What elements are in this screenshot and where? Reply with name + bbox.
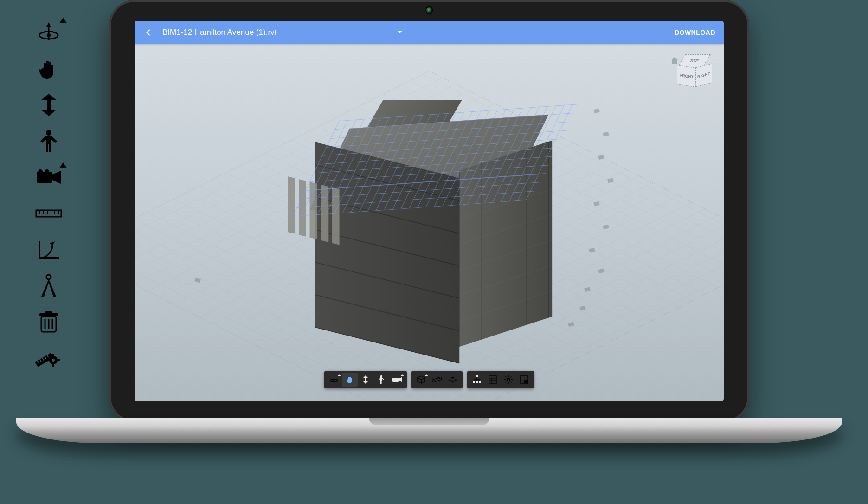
svg-marker-67: [451, 377, 455, 379]
delete-tool[interactable]: [32, 308, 65, 336]
person-icon: [378, 375, 385, 384]
dropdown-marker-icon: [59, 162, 67, 168]
settings-button[interactable]: [501, 373, 516, 387]
download-button[interactable]: DOWNLOAD: [675, 29, 715, 36]
back-button[interactable]: [143, 27, 154, 38]
laptop-frame: BIM1-12 Hamilton Avenue (1).rvt DOWNLOAD…: [109, 0, 749, 448]
svg-marker-50: [363, 375, 368, 378]
svg-rect-12: [49, 143, 51, 152]
building-model: [288, 104, 547, 346]
pan-button[interactable]: [342, 373, 358, 387]
orbit-tool[interactable]: [32, 19, 65, 46]
dropdown-marker-icon: [59, 18, 67, 23]
camera-button[interactable]: [389, 373, 405, 387]
orbit-button[interactable]: [326, 373, 342, 387]
svg-marker-46: [398, 31, 402, 33]
laptop-notch: [369, 418, 489, 425]
compass-icon: [38, 273, 60, 298]
svg-point-49: [334, 380, 335, 381]
svg-marker-27: [49, 279, 56, 297]
svg-marker-10: [51, 136, 57, 143]
camera-tool[interactable]: [32, 163, 65, 191]
svg-marker-4: [41, 94, 57, 100]
svg-point-25: [46, 275, 51, 279]
measure-angle-tool[interactable]: [32, 236, 65, 264]
svg-point-7: [46, 130, 51, 136]
ruler-gear-icon: [35, 347, 63, 369]
svg-rect-51: [365, 378, 366, 381]
toolbar-group-model: [411, 371, 463, 388]
svg-line-64: [436, 379, 436, 380]
hand-icon: [37, 57, 60, 80]
svg-rect-5: [47, 100, 51, 110]
app-bar: BIM1-12 Hamilton Avenue (1).rvt DOWNLOAD: [135, 21, 724, 44]
camera-icon: [36, 168, 62, 187]
cube-section-icon: [417, 375, 426, 384]
svg-point-2: [47, 33, 51, 37]
section-button[interactable]: [413, 373, 429, 387]
svg-marker-24: [50, 241, 55, 245]
svg-rect-94: [524, 380, 528, 383]
svg-point-15: [38, 169, 43, 174]
fullscreen-icon: [520, 375, 528, 384]
svg-rect-71: [476, 375, 478, 377]
svg-point-84: [507, 378, 510, 381]
orbit-icon: [329, 375, 339, 384]
svg-rect-59: [392, 378, 399, 382]
svg-marker-6: [41, 110, 57, 116]
angle-icon: [37, 239, 61, 261]
svg-point-45: [52, 359, 55, 362]
svg-line-66: [439, 377, 440, 379]
measure-settings-tool[interactable]: [32, 344, 65, 372]
svg-line-91: [506, 382, 507, 383]
updown-tool[interactable]: [32, 91, 65, 119]
svg-marker-69: [454, 379, 457, 381]
toolbar-group-nav: [324, 371, 407, 388]
chevron-down-icon: [397, 29, 403, 35]
svg-rect-62: [432, 377, 442, 382]
svg-line-65: [437, 378, 438, 379]
properties-icon: [489, 375, 497, 384]
laptop-body: BIM1-12 Hamilton Avenue (1).rvt DOWNLOAD…: [109, 0, 749, 422]
walk-tool[interactable]: [32, 127, 65, 155]
viewport-3d[interactable]: [135, 44, 724, 401]
viewer-toolbar: [324, 371, 534, 388]
svg-marker-9: [40, 136, 46, 143]
explode-button[interactable]: [445, 373, 461, 387]
pan-tool[interactable]: [32, 55, 65, 83]
model-tree-button[interactable]: [469, 373, 485, 387]
hand-icon: [345, 375, 354, 384]
svg-point-53: [380, 375, 382, 377]
toolbar-group-panels: [467, 371, 534, 388]
orbit-icon: [38, 21, 60, 44]
svg-rect-44: [57, 359, 60, 361]
svg-marker-68: [448, 379, 452, 381]
measure-button[interactable]: [429, 373, 445, 387]
svg-rect-74: [479, 381, 481, 383]
viewer-screen: BIM1-12 Hamilton Avenue (1).rvt DOWNLOAD…: [135, 21, 724, 401]
svg-rect-8: [46, 136, 51, 144]
measure-distance-tool[interactable]: [32, 200, 65, 227]
svg-line-89: [506, 377, 507, 378]
svg-rect-72: [473, 381, 475, 383]
arrow-left-icon: [144, 28, 153, 37]
properties-button[interactable]: [485, 373, 501, 387]
explode-icon: [448, 375, 457, 384]
updown-button[interactable]: [358, 373, 373, 387]
walk-button[interactable]: [373, 373, 389, 387]
title-dropdown-button[interactable]: [397, 29, 403, 36]
gear-icon: [504, 375, 513, 384]
svg-marker-57: [379, 378, 380, 380]
svg-rect-42: [52, 364, 54, 367]
updown-arrow-icon: [38, 93, 59, 117]
svg-point-16: [45, 169, 49, 174]
svg-marker-3: [46, 22, 51, 27]
fullscreen-button[interactable]: [516, 373, 532, 387]
calibrate-tool[interactable]: [32, 272, 65, 300]
svg-rect-11: [46, 143, 48, 152]
svg-marker-58: [382, 378, 384, 380]
svg-rect-30: [45, 311, 52, 314]
file-title: BIM1-12 Hamilton Avenue (1).rvt: [162, 28, 276, 37]
svg-rect-80: [489, 376, 496, 383]
ruler-icon: [35, 207, 62, 220]
